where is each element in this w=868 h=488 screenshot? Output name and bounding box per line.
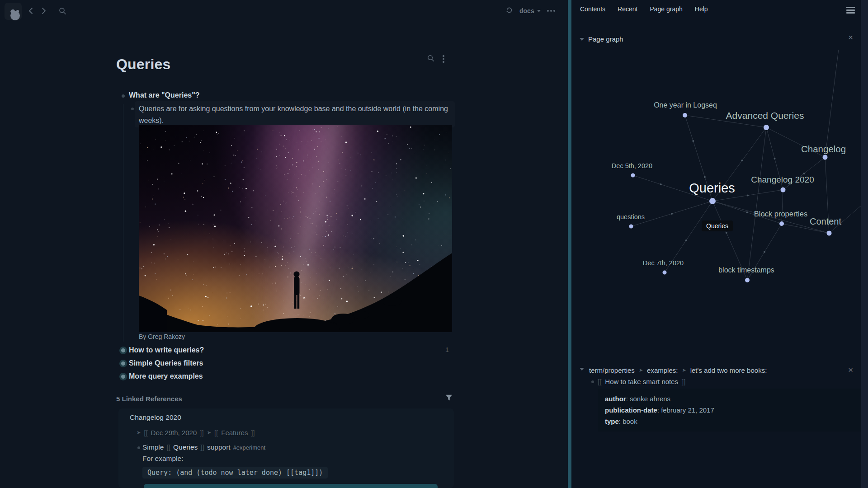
bracket: ]] [682,378,685,385]
logseq-logo[interactable] [5,3,22,20]
graph-node-label[interactable]: Queries [689,181,735,195]
graph-node-label[interactable]: One year in Logseq [654,101,717,109]
graph-node-label[interactable]: Changelog 2020 [751,175,814,184]
colon: : [626,395,630,403]
graph-node[interactable] [629,225,633,229]
block-heading[interactable]: What are "Queries"? [129,91,200,99]
edge-particle [746,211,748,213]
edge-particle [660,183,662,185]
graph-node-label[interactable]: Dec 5th, 2020 [612,162,652,169]
property-value: sönke ahrens [630,395,670,403]
breadcrumb-link[interactable]: let's add two more books: [690,366,767,374]
reference-block-line: For example: [142,455,183,463]
collapsed-bullet[interactable] [121,348,125,352]
chevron-down-icon [537,10,541,12]
graph-node-label[interactable]: Advanced Queries [726,110,804,121]
panel-title: Page graph [588,35,623,43]
tab-help[interactable]: Help [695,5,708,13]
edge-particle [774,158,776,160]
graph-switcher[interactable]: docs [519,7,541,14]
tab-page-graph[interactable]: Page graph [650,5,682,13]
bracket: ]] [200,443,204,451]
collapse-caret-icon[interactable] [580,38,584,41]
collapsed-block[interactable]: How to write queries? [129,346,204,354]
breadcrumb-arrow-icon[interactable]: ➤ [207,430,211,436]
text: support [207,443,231,451]
nav-back-icon[interactable] [27,7,35,15]
sync-icon[interactable] [505,6,513,16]
breadcrumb-link[interactable]: term/properties [589,366,635,374]
graph-node-label[interactable]: Changelog [801,144,846,154]
breadcrumb-link[interactable]: Dec 29th, 2020 [151,429,197,436]
tab-contents[interactable]: Contents [580,5,605,13]
property-key: author [605,395,626,403]
edge-particle [704,176,706,178]
breadcrumb-link[interactable]: examples: [647,366,678,374]
collapse-caret-icon[interactable] [580,368,584,371]
close-icon[interactable]: × [848,33,853,42]
page-ref-link[interactable]: How to take smart notes [605,378,678,385]
graph-node[interactable] [827,231,832,236]
graph-node-label[interactable]: Dec 7th, 2020 [643,259,684,267]
collapsed-block[interactable]: More query examples [129,372,203,380]
person-silhouette [294,272,300,309]
graph-node-label[interactable]: questions [617,213,645,221]
graph-node[interactable] [823,155,828,160]
edge-particle [764,251,765,253]
search-icon[interactable] [58,7,66,15]
graph-node[interactable] [781,188,786,192]
breadcrumb: term/properties ➤ examples: ➤ let's add … [589,366,767,374]
block-paragraph[interactable]: Queries are for asking questions from yo… [139,103,448,127]
logo-dot-big [10,11,20,20]
graph-node-label[interactable]: Block properties [754,210,807,218]
bracket: [[ [166,443,170,451]
page-more-icon[interactable] [442,54,445,64]
inline-code[interactable]: Query: (and (todo now later done) [[tag1… [142,467,328,479]
block-guide-line [123,104,123,342]
hashtag-link[interactable]: #experiment [233,444,266,451]
edge-particle [692,140,694,142]
collapsed-bullet[interactable] [121,375,125,379]
nav-forward-icon[interactable] [39,7,47,15]
edge-particle [747,195,749,197]
breadcrumb-link[interactable]: Features [221,429,248,436]
graph-node[interactable] [683,113,687,117]
breadcrumb-arrow-icon[interactable]: ➤ [137,430,141,436]
block-bullet[interactable] [137,446,140,449]
terrain-silhouette [139,125,452,332]
graph-node[interactable] [631,174,635,178]
linked-references-header[interactable]: 5 Linked References [116,395,182,403]
graph-node[interactable] [663,271,667,275]
starry-sky-image[interactable] [139,125,452,332]
graph-node[interactable] [745,278,750,282]
block-bullet[interactable] [131,108,134,110]
menu-icon[interactable] [846,7,855,14]
collapsed-bullet[interactable] [121,361,125,366]
graph-node[interactable] [709,198,716,204]
more-options-icon[interactable] [547,10,555,12]
filter-icon[interactable] [445,394,453,403]
collapsed-block[interactable]: Simple Queries filters [129,359,203,367]
graph-node-label[interactable]: block timestamps [718,266,774,274]
pane-resize-divider[interactable] [568,0,571,488]
graph-node-tooltip: Queries [702,221,733,231]
page-search-icon[interactable] [427,54,434,64]
bracket: [[ [144,429,147,436]
tab-recent[interactable]: Recent [618,5,637,13]
breadcrumb-arrow-icon: ➤ [682,367,686,373]
graph-node-label[interactable]: Content [810,216,841,226]
property-key: type [605,418,619,425]
query-table-header [144,484,438,488]
scrollbar-track[interactable] [861,0,868,488]
graph-node[interactable] [764,125,769,130]
linked-reference-card: Changelog 2020 ➤ [[ Dec 29th, 2020 ]] ➤ … [118,408,454,488]
reference-block-line[interactable]: Simple [[ Queries ]] support #experiment [142,443,265,451]
page-link[interactable]: Changelog 2020 [130,413,181,422]
page-graph-canvas[interactable]: One year in LogseqAdvanced QueriesChange… [571,50,868,366]
property-value: february 21, 2017 [661,406,714,414]
block-bullet[interactable] [122,94,125,98]
close-icon[interactable]: × [848,366,853,374]
block-bullet[interactable] [591,380,594,383]
graph-node[interactable] [779,221,784,226]
page-ref-link[interactable]: Queries [173,443,198,451]
